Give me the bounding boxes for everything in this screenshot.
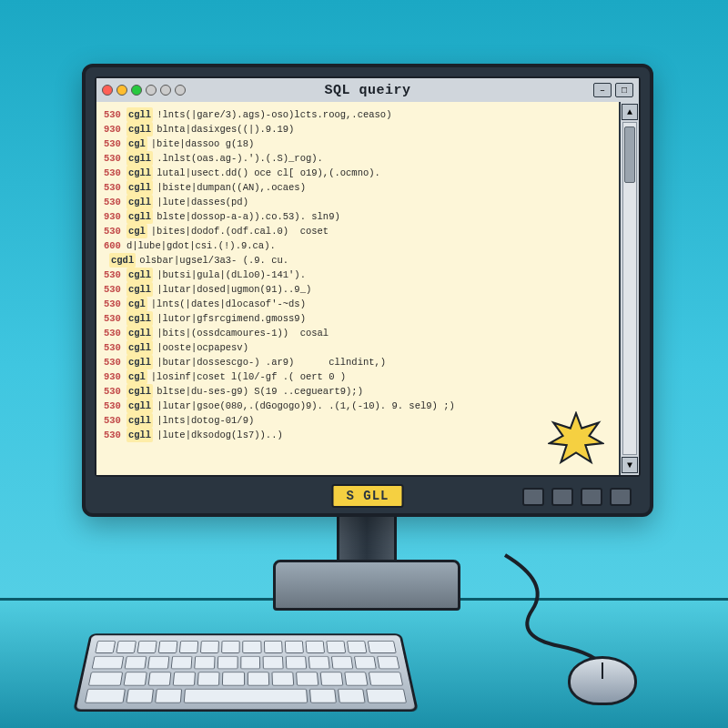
monitor: SQL queiry – □ 530cgll!lnts(|gare/3).ags… bbox=[82, 64, 653, 517]
code-line: 530cgll|butar|dossescgo-) .ar9) cllndint… bbox=[104, 355, 612, 369]
window-controls: – □ bbox=[593, 83, 633, 97]
hardware-button[interactable] bbox=[581, 488, 602, 506]
code-line: 530cgll|ooste|ocpapesv) bbox=[104, 340, 612, 355]
scroll-up-button[interactable]: ▲ bbox=[622, 104, 638, 120]
code-line: 530cgll.lnlst(oas.ag-).').(.S)_rog). bbox=[104, 151, 612, 166]
code-line: 530cgl|bites|dodof.(odf.cal.0) coset bbox=[104, 224, 612, 238]
code-line: 530cgl|lnts(|dates|dlocasof'-~ds) bbox=[104, 297, 612, 311]
window-title: SQL queiry bbox=[96, 83, 639, 98]
monitor-hardware-buttons bbox=[522, 488, 632, 506]
hardware-button[interactable] bbox=[610, 488, 632, 506]
code-line: 530cgll!lnts(|gare/3).ags)-oso)lcts.roog… bbox=[104, 107, 612, 122]
code-line: 930cgllblste|dossop-a-a)).co.53). sln9) bbox=[104, 209, 612, 224]
code-line: 530cglllutal|usect.dd() oce cl[ o19),(.o… bbox=[104, 166, 612, 180]
code-line: 530cgll|lute|dasses(pd) bbox=[104, 195, 612, 209]
code-line: 930cgl|losinf|coset l(l0/-gf .( oert 0 ) bbox=[104, 369, 612, 384]
hardware-button[interactable] bbox=[551, 488, 573, 506]
code-line: 530cgll|biste|dumpan((AN),.ocaes) bbox=[104, 180, 612, 195]
monitor-stand-base bbox=[273, 560, 460, 611]
scroll-track[interactable] bbox=[622, 122, 637, 455]
monitor-logo-badge: S GLL bbox=[331, 484, 403, 508]
code-line: cgdlolsbar|ugsel/3a3- (.9. cu. bbox=[104, 253, 612, 268]
code-editor[interactable]: 530cgll!lnts(|gare/3).ags)-oso)lcts.roog… bbox=[96, 102, 619, 475]
content-area: 530cgll!lnts(|gare/3).ags)-oso)lcts.roog… bbox=[96, 102, 639, 475]
code-line: 600d|lube|gdot|csi.(!).9.ca). bbox=[104, 238, 612, 253]
code-line: 530cgll|lnts|dotog-01/9) bbox=[104, 413, 612, 428]
minimize-button[interactable]: – bbox=[593, 83, 612, 97]
code-line: 530cgll|bits|(ossdcamoures-1)) cosal bbox=[104, 326, 612, 340]
keyboard[interactable] bbox=[73, 633, 419, 712]
code-line: 530cgll|lutor|gfsrcgimend.gmoss9) bbox=[104, 311, 612, 326]
code-line: 530cgllbltse|du-ses-g9) S(19 ..cegueart9… bbox=[104, 384, 612, 399]
hardware-button[interactable] bbox=[522, 488, 544, 506]
code-line: 530cgll|butsi|gula|(dLlo0)-141'). bbox=[104, 268, 612, 282]
code-line: 530cgll|lutar|dosed|ugmon(91)..9_) bbox=[104, 282, 612, 297]
mouse[interactable] bbox=[568, 656, 637, 705]
scrollbar[interactable]: ▲ ▼ bbox=[619, 102, 639, 475]
code-line: 530cgll|lute|dksodog(ls7))..) bbox=[104, 428, 612, 442]
code-line: 930cgllblnta|dasixges((|).9.19) bbox=[104, 122, 612, 136]
screen: SQL queiry – □ 530cgll!lnts(|gare/3).ags… bbox=[95, 76, 641, 477]
scroll-down-button[interactable]: ▼ bbox=[622, 457, 638, 473]
scroll-thumb[interactable] bbox=[624, 126, 635, 183]
code-line: 530cgll|lutar|gsoe(080,.(dGogogo)9). .(1… bbox=[104, 399, 612, 413]
maximize-button[interactable]: □ bbox=[615, 83, 633, 97]
window-titlebar: SQL queiry – □ bbox=[96, 78, 639, 104]
code-line: 530cgl|bite|dassoo g(18) bbox=[104, 136, 612, 151]
